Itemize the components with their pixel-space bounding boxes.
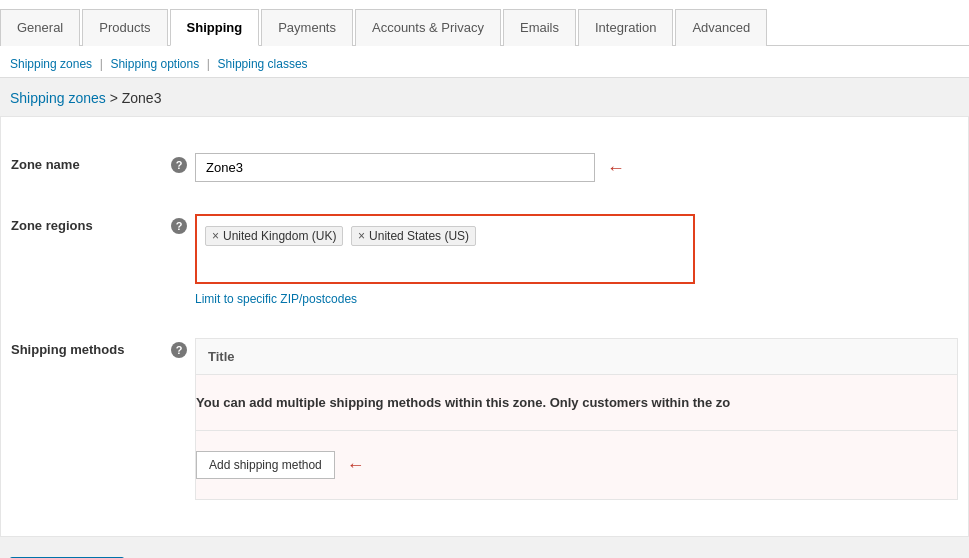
zone-name-arrow: ← (607, 158, 625, 179)
form-table: Zone name ? ← Zone regions ? (11, 137, 958, 516)
tab-advanced[interactable]: Advanced (675, 9, 767, 46)
sub-nav: Shipping zones | Shipping options | Ship… (0, 46, 969, 78)
shipping-methods-empty-row: You can add multiple shipping methods wi… (196, 375, 958, 431)
region-tags-container: × United Kingdom (UK) × United States (U… (205, 224, 685, 248)
shipping-methods-empty-message: You can add multiple shipping methods wi… (196, 375, 958, 431)
tab-integration[interactable]: Integration (578, 9, 673, 46)
region-tag-us: × United States (US) (351, 226, 476, 246)
shipping-methods-header-row: Title (196, 339, 958, 375)
breadcrumb: Shipping zones > Zone3 (0, 78, 969, 116)
breadcrumb-link[interactable]: Shipping zones (10, 90, 106, 106)
zone-name-label: Zone name (11, 137, 171, 198)
zone-regions-box[interactable]: × United Kingdom (UK) × United States (U… (195, 214, 695, 284)
region-tag-uk: × United Kingdom (UK) (205, 226, 343, 246)
shipping-methods-table: Title You can add multiple shipping meth… (195, 338, 958, 500)
zone-name-row: Zone name ? ← (11, 137, 958, 198)
add-method-row: Add shipping method ← (196, 431, 958, 500)
zone-regions-label: Zone regions (11, 198, 171, 322)
save-bar: Save changes (0, 547, 969, 558)
region-label-uk: United Kingdom (UK) (223, 229, 336, 243)
tab-accounts-privacy[interactable]: Accounts & Privacy (355, 9, 501, 46)
tab-general[interactable]: General (0, 9, 80, 46)
shipping-methods-label: Shipping methods (11, 322, 171, 516)
tab-payments[interactable]: Payments (261, 9, 353, 46)
region-label-us: United States (US) (369, 229, 469, 243)
sub-nav-shipping-classes[interactable]: Shipping classes (218, 57, 308, 71)
shipping-methods-help-icon[interactable]: ? (171, 342, 187, 358)
page-wrapper: GeneralProductsShippingPaymentsAccounts … (0, 0, 969, 558)
zone-name-input[interactable] (195, 153, 595, 182)
zone-regions-help-icon[interactable]: ? (171, 218, 187, 234)
region-remove-uk[interactable]: × (212, 229, 219, 243)
shipping-methods-title-col: Title (196, 339, 958, 375)
region-search-input[interactable] (205, 252, 305, 267)
zone-name-help-icon[interactable]: ? (171, 157, 187, 173)
shipping-methods-row: Shipping methods ? Title You can add (11, 322, 958, 516)
zone-regions-row: Zone regions ? × United Kingdom (UK) × (11, 198, 958, 322)
content-area: Zone name ? ← Zone regions ? (0, 116, 969, 537)
sub-nav-shipping-options[interactable]: Shipping options (110, 57, 199, 71)
sub-nav-shipping-zones[interactable]: Shipping zones (10, 57, 92, 71)
region-remove-us[interactable]: × (358, 229, 365, 243)
zone-regions-input-col: × United Kingdom (UK) × United States (U… (195, 198, 958, 322)
tab-products[interactable]: Products (82, 9, 167, 46)
add-method-arrow: ← (346, 455, 364, 476)
shipping-methods-input-col: Title You can add multiple shipping meth… (195, 322, 958, 516)
breadcrumb-current: Zone3 (122, 90, 162, 106)
zone-name-input-col: ← (195, 137, 958, 198)
tab-emails[interactable]: Emails (503, 9, 576, 46)
add-shipping-method-button[interactable]: Add shipping method (196, 451, 335, 479)
limit-zip-link[interactable]: Limit to specific ZIP/postcodes (195, 292, 958, 306)
tab-shipping[interactable]: Shipping (170, 9, 260, 46)
tabs-bar: GeneralProductsShippingPaymentsAccounts … (0, 0, 969, 46)
